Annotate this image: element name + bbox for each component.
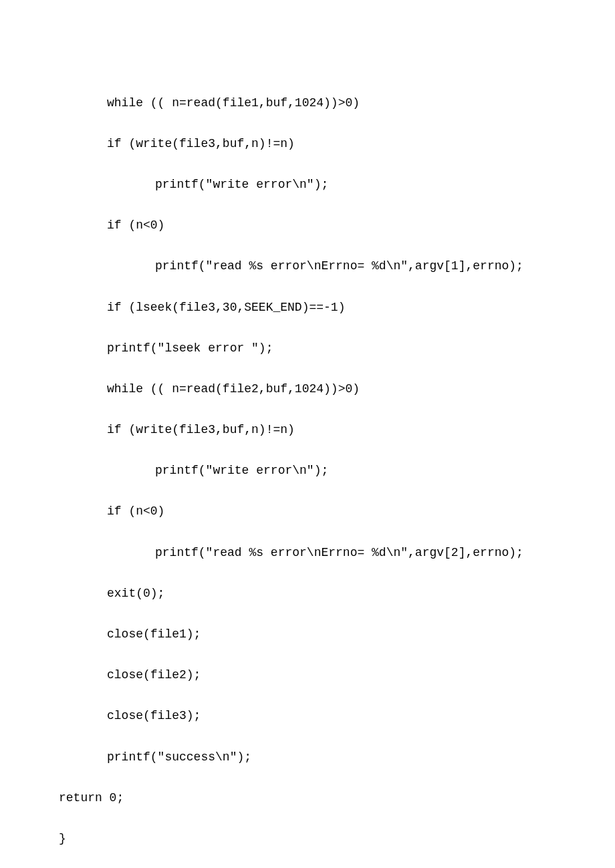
code-line: if (write(file3,buf,n)!=n) (59, 134, 556, 154)
code-block-1: while (( n=read(file1,buf,1024))>0) if (… (59, 72, 556, 868)
code-line: printf("success\n"); (59, 747, 556, 768)
code-line: printf("read %s error\nErrno= %d\n",argv… (59, 543, 556, 563)
code-line: if (n<0) (59, 501, 556, 522)
code-line: close(file3); (59, 706, 556, 726)
code-line: printf("write error\n"); (59, 174, 556, 195)
code-line: printf("write error\n"); (59, 460, 556, 481)
code-line: exit(0); (59, 583, 556, 604)
code-line: return 0; (59, 788, 556, 809)
code-line: printf("lseek error "); (59, 338, 556, 359)
code-line: printf("read %s error\nErrno= %d\n",argv… (59, 256, 556, 277)
code-line: if (write(file3,buf,n)!=n) (59, 420, 556, 440)
code-line: while (( n=read(file1,buf,1024))>0) (59, 93, 556, 114)
code-line: close(file2); (59, 665, 556, 686)
code-line: if (lseek(file3,30,SEEK_END)==-1) (59, 297, 556, 318)
code-line: } (59, 829, 556, 849)
code-line: close(file1); (59, 624, 556, 645)
code-line: while (( n=read(file2,buf,1024))>0) (59, 379, 556, 400)
code-line: if (n<0) (59, 215, 556, 236)
